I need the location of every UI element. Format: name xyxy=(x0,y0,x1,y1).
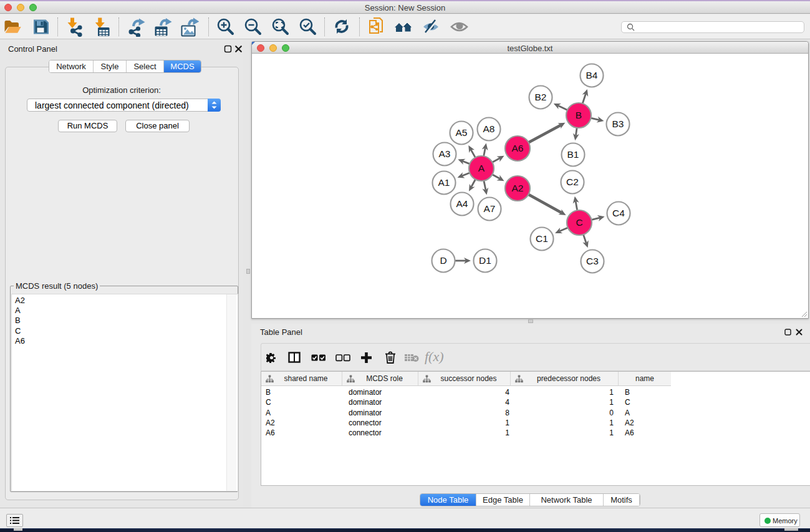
svg-text:C: C xyxy=(576,217,582,228)
svg-text:A4: A4 xyxy=(456,198,468,209)
svg-text:D: D xyxy=(440,255,446,266)
svg-text:C4: C4 xyxy=(612,208,625,218)
svg-text:B3: B3 xyxy=(612,118,624,129)
svg-text:A1: A1 xyxy=(438,177,450,188)
svg-text:B: B xyxy=(576,110,582,120)
svg-text:A8: A8 xyxy=(483,123,495,134)
svg-text:A7: A7 xyxy=(484,203,496,214)
svg-text:C1: C1 xyxy=(536,233,548,244)
svg-text:C3: C3 xyxy=(586,256,599,266)
svg-text:A3: A3 xyxy=(439,148,451,159)
svg-text:B2: B2 xyxy=(535,92,547,102)
svg-text:A: A xyxy=(478,163,485,173)
svg-text:B1: B1 xyxy=(567,149,579,160)
svg-text:D1: D1 xyxy=(479,255,491,266)
svg-text:A6: A6 xyxy=(512,143,524,153)
svg-text:B4: B4 xyxy=(586,70,598,80)
svg-text:A2: A2 xyxy=(512,183,524,193)
svg-text:C2: C2 xyxy=(566,177,579,187)
svg-text:A5: A5 xyxy=(456,127,468,138)
